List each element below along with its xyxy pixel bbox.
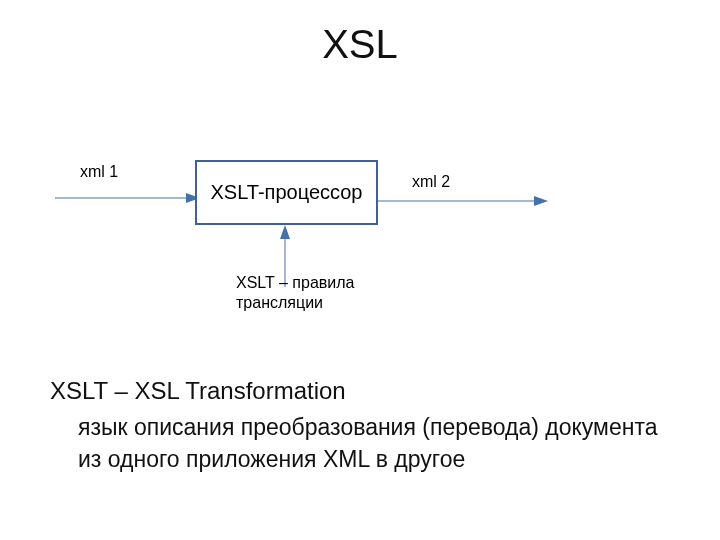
rules-label: XSLT – правила трансляции	[236, 273, 416, 313]
arrow-output	[378, 195, 548, 207]
output-label: xml 2	[412, 172, 450, 192]
definition-heading: XSLT – XSL Transformation	[50, 375, 670, 407]
xslt-diagram: xml 1 XSLT-процессор xml 2 XSLT – правил…	[0, 140, 720, 340]
body-text: XSLT – XSL Transformation язык описания …	[50, 375, 670, 475]
arrow-input	[55, 192, 200, 204]
definition-text: язык описания преобразования (перевода) …	[78, 411, 670, 475]
svg-marker-3	[534, 196, 548, 206]
page-title: XSL	[0, 22, 720, 67]
svg-marker-5	[280, 225, 290, 239]
input-label: xml 1	[80, 162, 118, 182]
rules-label-line2: трансляции	[236, 294, 323, 311]
slide: XSL xml 1 XSLT-процессор xml 2 XSLT – пр…	[0, 0, 720, 540]
xslt-processor-box: XSLT-процессор	[195, 160, 378, 225]
rules-label-line1: XSLT – правила	[236, 274, 354, 291]
